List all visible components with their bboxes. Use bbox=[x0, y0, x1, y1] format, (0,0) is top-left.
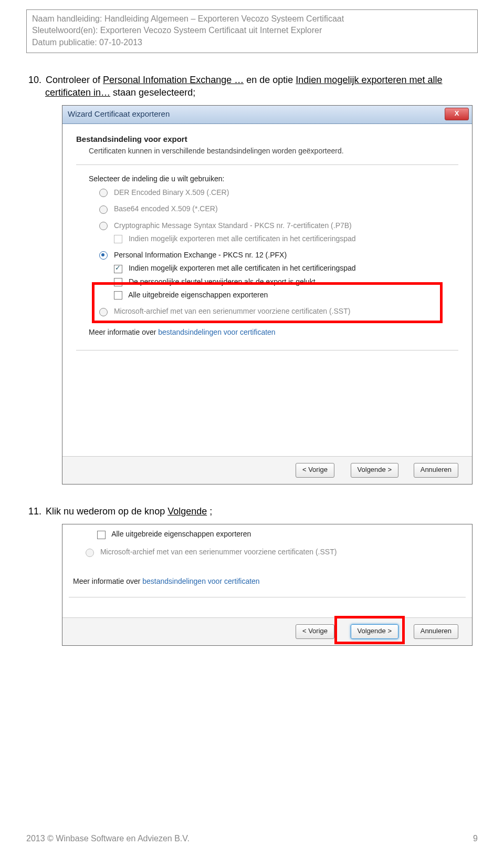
header-label-1: Naam handleiding: bbox=[32, 14, 102, 23]
divider bbox=[69, 597, 466, 597]
header-line-1: Naam handleiding: Handleiding Algemeen –… bbox=[32, 13, 472, 25]
screenshot-wizard-footer-next: Alle uitgebreide eigenschappen exportere… bbox=[62, 524, 472, 646]
select-format-label: Selecteer de indeling die u wilt gebruik… bbox=[89, 174, 458, 183]
back-button[interactable]: < Vorige bbox=[296, 463, 334, 478]
checkbox-icon bbox=[114, 235, 122, 243]
step-11-text-post: ; bbox=[209, 506, 212, 517]
step-11-number: 11. bbox=[28, 506, 43, 518]
checkbox-label: Indien mogelijk exporteren met alle cert… bbox=[129, 264, 356, 272]
radio-icon bbox=[99, 308, 108, 316]
radio-label: Microsoft-archief met van een serienumme… bbox=[114, 307, 351, 315]
step-10-paragraph: 10. Controleer of Personal Infomation Ex… bbox=[45, 74, 478, 99]
footer-page-number: 9 bbox=[473, 834, 478, 843]
back-button[interactable]: < Vorige bbox=[296, 624, 334, 639]
more-info-prefix: Meer informatie over bbox=[73, 577, 142, 585]
more-info-prefix: Meer informatie over bbox=[89, 328, 158, 336]
more-info-link[interactable]: bestandsindelingen voor certificaten bbox=[158, 328, 275, 336]
document-header-box: Naam handleiding: Handleiding Algemeen –… bbox=[26, 9, 478, 53]
radio-label: Base64 encoded X.509 (*.CER) bbox=[114, 204, 218, 213]
section-heading: Bestandsindeling voor export bbox=[76, 135, 458, 143]
radio-option-der[interactable]: DER Encoded Binary X.509 (.CER) bbox=[99, 188, 458, 197]
step-11-text-pre: Klik nu wederom op de knop bbox=[46, 506, 167, 517]
radio-label: Cryptographic Message Syntax Standard - … bbox=[114, 221, 352, 230]
checkbox-icon bbox=[114, 291, 122, 300]
more-info-link[interactable]: bestandsindelingen voor certificaten bbox=[142, 577, 259, 585]
dialog-footer: < Vorige Volgende > Annuleren bbox=[62, 617, 472, 645]
close-button[interactable]: X bbox=[445, 108, 469, 120]
next-button[interactable]: Volgende > bbox=[351, 624, 398, 639]
page-footer: 2013 © Winbase Software en Adviezen B.V.… bbox=[26, 834, 478, 843]
radio-icon bbox=[99, 251, 108, 260]
radio-option-sst[interactable]: Microsoft-archief met van een serienumme… bbox=[99, 307, 458, 316]
radio-label: Personal Information Exchange - PKCS nr.… bbox=[114, 251, 287, 259]
screenshot-wizard-export-format: Wizard Certificaat exporteren X Bestands… bbox=[62, 105, 472, 484]
header-label-3: Datum publicatie: bbox=[32, 38, 97, 47]
divider bbox=[76, 164, 458, 165]
checkbox-pfx-extended-props[interactable]: Alle uitgebreide eigenschappen exportere… bbox=[114, 291, 458, 300]
cancel-button[interactable]: Annuleren bbox=[414, 463, 458, 478]
checkbox-label: Alle uitgebreide eigenschappen exportere… bbox=[128, 291, 268, 299]
header-line-2: Sleutelwoord(en): Exporteren Vecozo Syst… bbox=[32, 25, 472, 36]
checkbox-label: De persoonlijke sleutel verwijderen als … bbox=[129, 277, 316, 286]
dialog-title: Wizard Certificaat exporteren bbox=[68, 109, 170, 118]
radio-option-pfx[interactable]: Personal Information Exchange - PKCS nr.… bbox=[99, 251, 458, 260]
step-11-underline-1: Volgende bbox=[167, 506, 207, 517]
checkbox-pfx-include-path[interactable]: Indien mogelijk exporteren met alle cert… bbox=[114, 264, 458, 273]
radio-icon bbox=[99, 189, 108, 197]
dialog-footer: < Vorige Volgende > Annuleren bbox=[62, 456, 472, 484]
header-label-2: Sleutelwoord(en): bbox=[32, 26, 98, 35]
step-10-text-pre: Controleer of bbox=[46, 75, 103, 85]
divider bbox=[76, 350, 458, 350]
radio-label: DER Encoded Binary X.509 (.CER) bbox=[114, 188, 229, 197]
step-11-paragraph: 11. Klik nu wederom op de knop Volgende … bbox=[45, 506, 478, 518]
header-value-3: 07-10-2013 bbox=[99, 38, 142, 47]
checkbox-pfx-delete-key[interactable]: De persoonlijke sleutel verwijderen als … bbox=[114, 277, 458, 286]
close-icon: X bbox=[455, 109, 459, 117]
step-10-text-mid: en de optie bbox=[246, 75, 296, 85]
header-value-1: Handleiding Algemeen – Exporteren Vecozo… bbox=[104, 14, 344, 23]
checkbox-icon bbox=[114, 265, 122, 273]
checkbox-icon bbox=[114, 278, 122, 286]
step-10-text-post: staan geselecteerd; bbox=[113, 87, 195, 98]
step-10-underline-1: Personal Infomation Exchange … bbox=[103, 75, 244, 85]
radio-option-base64[interactable]: Base64 encoded X.509 (*.CER) bbox=[99, 204, 458, 213]
radio-icon bbox=[99, 205, 108, 214]
more-info-line: Meer informatie over bestandsindelingen … bbox=[73, 577, 260, 585]
checkbox-label: Alle uitgebreide eigenschappen exportere… bbox=[111, 530, 251, 538]
radio-label: Microsoft-archief met van een serienumme… bbox=[100, 548, 337, 556]
checkbox-label: Indien mogelijk exporteren met alle cert… bbox=[129, 234, 356, 243]
checkbox-icon bbox=[97, 531, 106, 539]
header-value-2: Exporteren Vecozo Systeem Certificaat ui… bbox=[100, 26, 322, 35]
cancel-button[interactable]: Annuleren bbox=[414, 624, 458, 639]
radio-icon bbox=[86, 549, 94, 557]
section-description: Certificaten kunnen in verschillende bes… bbox=[89, 147, 458, 155]
header-line-3: Datum publicatie: 07-10-2013 bbox=[32, 37, 472, 48]
step-10-number: 10. bbox=[28, 74, 43, 86]
footer-copyright: 2013 © Winbase Software en Adviezen B.V. bbox=[26, 834, 190, 843]
checkbox-p7b-include-path: Indien mogelijk exporteren met alle cert… bbox=[114, 234, 458, 243]
radio-icon bbox=[99, 222, 108, 230]
radio-option-sst[interactable]: Microsoft-archief met van een serienumme… bbox=[86, 548, 337, 556]
checkbox-extended-props[interactable]: Alle uitgebreide eigenschappen exportere… bbox=[97, 530, 251, 539]
dialog-titlebar: Wizard Certificaat exporteren X bbox=[62, 106, 472, 124]
more-info-line: Meer informatie over bestandsindelingen … bbox=[89, 328, 458, 336]
next-button[interactable]: Volgende > bbox=[351, 463, 398, 478]
radio-option-p7b[interactable]: Cryptographic Message Syntax Standard - … bbox=[99, 221, 458, 230]
